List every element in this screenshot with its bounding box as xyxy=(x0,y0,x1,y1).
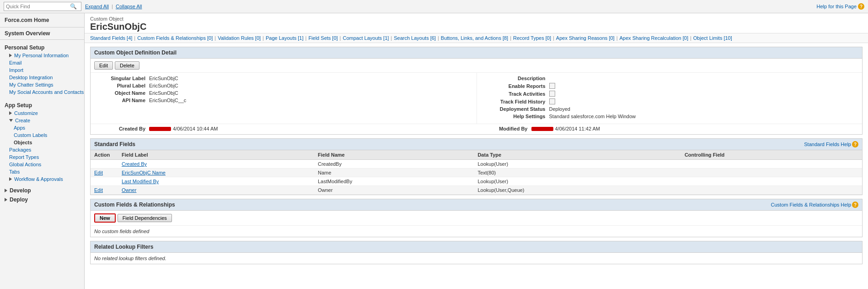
row-data-type: Lookup(User,Queue) xyxy=(474,186,681,195)
content-area: Custom Object EricSunObjC Standard Field… xyxy=(85,13,868,289)
def-right-col: Description Enable Reports Track Activit… xyxy=(477,73,863,124)
sidebar-item-objects[interactable]: Objects xyxy=(0,139,84,146)
sidebar-item-packages[interactable]: Packages xyxy=(0,146,84,153)
sidebar-item-deploy[interactable]: Deploy xyxy=(0,195,84,204)
custom-fields-panel: Custom Fields & Relationships Custom Fie… xyxy=(90,199,863,237)
create-label: Create xyxy=(15,118,30,123)
col-field-name: Field Name xyxy=(314,150,474,160)
nav-link-apex-sharing-recalculation[interactable]: Apex Sharing Recalculation [0] xyxy=(620,35,688,41)
sidebar-item-develop[interactable]: Develop xyxy=(0,185,84,195)
def-left-col: Singular Label EricSunObjC Plural Label … xyxy=(91,73,477,124)
sidebar-item-custom-labels[interactable]: Custom Labels xyxy=(0,131,84,139)
field-dependencies-button[interactable]: Field Dependencies xyxy=(118,214,172,222)
col-action: Action xyxy=(91,150,118,160)
delete-button[interactable]: Delete xyxy=(115,61,139,70)
deployment-status-value: Deployed xyxy=(549,106,570,112)
row-field-name: CreatedBy xyxy=(314,160,474,169)
field-label-link[interactable]: Owner xyxy=(122,187,136,193)
field-label-link[interactable]: EricSunObjC Name xyxy=(122,170,166,175)
standard-fields-help-link[interactable]: Standard Fields Help ? xyxy=(804,141,858,147)
quick-find-input[interactable] xyxy=(6,4,70,9)
new-custom-field-button[interactable]: New xyxy=(94,213,116,223)
track-activities-label: Track Activities xyxy=(481,91,549,97)
force-home-link[interactable]: Force.com Home xyxy=(0,13,84,27)
sidebar-item-desktop-integration[interactable]: Desktop Integration xyxy=(0,74,84,81)
sidebar-item-email[interactable]: Email xyxy=(0,59,84,66)
col-controlling-field: Controlling Field xyxy=(681,150,862,160)
nav-links-bar: Standard Fields [4] | Custom Fields & Re… xyxy=(85,33,868,43)
row-action: Edit xyxy=(91,186,118,195)
quick-find-container: 🔍 xyxy=(4,2,81,11)
no-related-lookup-text: No related lookup filters defined. xyxy=(91,253,862,264)
row-controlling-field xyxy=(681,177,862,186)
object-header: Custom Object EricSunObjC xyxy=(85,13,868,33)
sidebar-item-create[interactable]: Create xyxy=(0,117,84,124)
sidebar-item-apps[interactable]: Apps xyxy=(0,124,84,131)
nav-link-search-layouts[interactable]: Search Layouts [6] xyxy=(394,35,436,41)
nav-link-object-limits[interactable]: Object Limits [10] xyxy=(693,35,732,41)
nav-link-apex-sharing-reasons[interactable]: Apex Sharing Reasons [0] xyxy=(556,35,615,41)
table-row: Last Modified By LastModifiedBy Lookup(U… xyxy=(91,177,862,186)
nav-link-page-layouts[interactable]: Page Layouts [1] xyxy=(266,35,304,41)
edit-field-link[interactable]: Edit xyxy=(94,187,103,193)
sidebar-item-global-actions[interactable]: Global Actions xyxy=(0,161,84,168)
standard-fields-title: Standard Fields xyxy=(94,141,135,147)
standard-fields-panel-header: Standard Fields Standard Fields Help ? xyxy=(91,139,862,150)
triangle-right-workflow-icon xyxy=(9,177,12,181)
expand-collapse-links: Expand All | Collapse All xyxy=(85,4,142,9)
table-row: Created By CreatedBy Lookup(User) xyxy=(91,160,862,169)
sidebar-item-workflow-approvals[interactable]: Workflow & Approvals xyxy=(0,175,84,183)
triangle-down-create-icon xyxy=(9,119,13,122)
sidebar: Force.com Home System Overview Personal … xyxy=(0,13,85,289)
standard-fields-table: Action Field Label Field Name Data Type … xyxy=(91,150,862,195)
row-data-type: Lookup(User) xyxy=(474,177,681,186)
help-for-page[interactable]: Help for this Page ? xyxy=(817,3,864,10)
triangle-right-develop-icon xyxy=(5,189,7,192)
field-label-link[interactable]: Last Modified By xyxy=(122,179,159,184)
triangle-right-customize-icon xyxy=(9,111,12,115)
personal-setup-section: Personal Setup xyxy=(0,40,84,52)
related-lookup-title: Related Lookup Filters xyxy=(91,241,862,253)
nav-link-buttons-links[interactable]: Buttons, Links, and Actions [8] xyxy=(441,35,508,41)
edit-field-link[interactable]: Edit xyxy=(94,170,103,175)
sidebar-item-my-personal-info[interactable]: My Personal Information xyxy=(0,52,84,59)
nav-link-validation-rules[interactable]: Validation Rules [0] xyxy=(218,35,261,41)
modified-by-label: Modified By xyxy=(477,126,531,131)
api-name-value: EricSunObjC__c xyxy=(149,98,186,103)
standard-fields-panel: Standard Fields Standard Fields Help ? A… xyxy=(90,138,863,195)
api-name-label: API Name xyxy=(94,98,149,103)
search-icon-button[interactable]: 🔍 xyxy=(70,3,77,10)
row-field-label: Last Modified By xyxy=(118,177,314,186)
created-modified-row: Created By xxx 4/06/2014 10:44 AM Modifi… xyxy=(91,124,862,134)
row-field-label: Owner xyxy=(118,186,314,195)
nav-link-standard-fields[interactable]: Standard Fields [4] xyxy=(90,35,132,41)
sidebar-item-tabs[interactable]: Tabs xyxy=(0,168,84,175)
sidebar-item-social-accounts[interactable]: My Social Accounts and Contacts xyxy=(0,88,84,96)
sidebar-item-customize[interactable]: Customize xyxy=(0,109,84,117)
help-settings-label: Help Settings xyxy=(481,114,549,119)
custom-fields-actions: New Field Dependencies xyxy=(91,211,862,226)
expand-all-link[interactable]: Expand All xyxy=(85,4,109,9)
edit-button[interactable]: Edit xyxy=(94,61,113,70)
nav-link-compact-layouts[interactable]: Compact Layouts [1] xyxy=(343,35,389,41)
track-field-history-label: Track Field History xyxy=(481,99,549,104)
field-label-link[interactable]: Created By xyxy=(122,161,147,167)
description-label: Description xyxy=(481,76,549,81)
sidebar-item-chatter-settings[interactable]: My Chatter Settings xyxy=(0,81,84,88)
created-by-label: Created By xyxy=(94,126,149,131)
row-controlling-field xyxy=(681,186,862,195)
system-overview-link[interactable]: System Overview xyxy=(0,27,84,40)
enable-reports-label: Enable Reports xyxy=(481,83,549,89)
deployment-status-label: Deployment Status xyxy=(481,106,549,112)
collapse-all-link[interactable]: Collapse All xyxy=(116,4,142,9)
sidebar-item-import[interactable]: Import xyxy=(0,66,84,74)
nav-link-custom-fields[interactable]: Custom Fields & Relationships [0] xyxy=(137,35,213,41)
singular-label: Singular Label xyxy=(94,76,149,81)
definition-detail-panel: Custom Object Definition Detail Edit Del… xyxy=(90,47,863,135)
nav-link-field-sets[interactable]: Field Sets [0] xyxy=(308,35,338,41)
help-settings-value: Standard salesforce.com Help Window xyxy=(549,114,636,119)
custom-fields-help-link[interactable]: Custom Fields & Relationships Help ? xyxy=(771,202,858,208)
object-type-label: Custom Object xyxy=(90,16,863,22)
sidebar-item-report-types[interactable]: Report Types xyxy=(0,153,84,161)
nav-link-record-types[interactable]: Record Types [0] xyxy=(513,35,551,41)
